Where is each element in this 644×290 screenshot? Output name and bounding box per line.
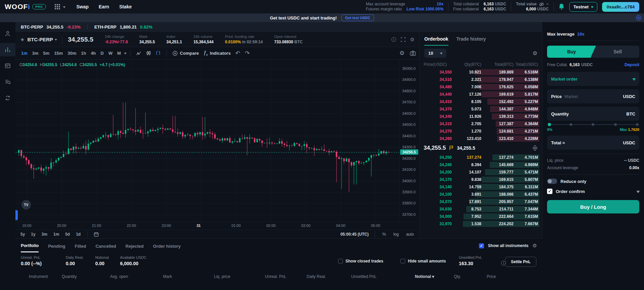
apps-menu[interactable]: ▾: [55, 4, 65, 9]
depth-select[interactable]: 10 ▾: [424, 49, 446, 58]
chevron-down-icon[interactable]: ▾: [124, 51, 126, 55]
info-icon[interactable]: i: [391, 37, 396, 42]
network-selector[interactable]: Testnet ▾: [569, 2, 597, 12]
orderbook-bid-row[interactable]: 34,1709.838169.6155.807M: [420, 176, 542, 183]
hide-small-amounts-checkbox[interactable]: [400, 259, 405, 263]
woofi-logo[interactable]: WOOFi PRO: [5, 3, 46, 11]
scale-pct[interactable]: %: [381, 232, 387, 237]
sidebar-item-convert[interactable]: [0, 91, 15, 105]
show-closed-trades-option[interactable]: Show closed trades: [338, 259, 383, 263]
timeframe-3m[interactable]: 3m: [30, 49, 41, 57]
ticker-item[interactable]: BTC-PERP34,255.5-0.23%: [21, 25, 80, 30]
chart-clock[interactable]: 05:00:45 (UTC): [340, 232, 369, 237]
sidebar-collapse-handle[interactable]: [15, 210, 18, 220]
price-input[interactable]: Price Market USDC: [547, 89, 639, 103]
range-1y[interactable]: 1y: [30, 232, 36, 237]
tab-filled[interactable]: Filled: [75, 240, 86, 252]
timeframe-30m[interactable]: 30m: [65, 49, 78, 57]
order-type-select[interactable]: Market order ▾: [547, 72, 639, 86]
redo-icon[interactable]: ↷: [243, 50, 251, 57]
orderbook-ask-row[interactable]: 34,4108.105152.4925.227M: [420, 98, 542, 105]
sidebar-item-account[interactable]: [0, 27, 15, 40]
reduce-only-toggle[interactable]: [547, 179, 557, 184]
notifications-bell-icon[interactable]: [558, 3, 565, 10]
orderbook-ask-row[interactable]: 34,44017.126169.6195.817M: [420, 91, 542, 98]
favorite-star-icon[interactable]: ★: [20, 37, 24, 43]
camera-snapshot-icon[interactable]: [410, 51, 416, 56]
order-confirm-checkbox[interactable]: ✓: [547, 189, 552, 194]
orderbook-ask-row[interactable]: 34,3705.073144.3874.948M: [420, 105, 542, 113]
chart-settings-gear-icon[interactable]: ⚙: [399, 50, 405, 57]
sidebar-item-markets[interactable]: [0, 75, 15, 89]
sell-tab[interactable]: Sell: [596, 46, 639, 58]
tab-pending[interactable]: Pending: [48, 240, 65, 252]
timeframe-4h[interactable]: 4h: [89, 49, 98, 57]
tab-cancelled[interactable]: Cancelled: [96, 240, 116, 252]
range-5d[interactable]: 5d: [64, 232, 71, 237]
slider-handle[interactable]: [548, 123, 551, 126]
scale-auto[interactable]: auto: [405, 232, 415, 237]
scale-log[interactable]: log: [392, 232, 400, 237]
orderbook-bid-row[interactable]: 34,14014.759184.3756.311M: [420, 183, 542, 191]
tab-rejected[interactable]: Rejected: [125, 240, 144, 252]
orderbook-ask-row[interactable]: 34,4807.006176.6256.058M: [420, 83, 542, 91]
quantity-input[interactable]: Quantity BTC: [547, 107, 639, 121]
quantity-slider[interactable]: [548, 122, 639, 127]
sidebar-item-orders[interactable]: [0, 59, 15, 72]
orderbook-bid-row[interactable]: 34,250137.274137.2744.701M: [420, 154, 542, 161]
timeframe-1m[interactable]: 1m: [19, 49, 30, 57]
tab-order-history[interactable]: Order history: [153, 240, 180, 252]
positions-settings-gear-icon[interactable]: ⚙: [533, 243, 537, 249]
ticker-item[interactable]: ETH-PERP1,800.210.82%: [94, 25, 152, 30]
orderbook-bid-row[interactable]: 34,07017.891205.9577.047M: [420, 198, 542, 205]
orderbook-ask-row[interactable]: 34,260123.410123.4104.228M: [420, 135, 542, 142]
buy-long-button[interactable]: Buy / Long: [547, 200, 639, 213]
banner-close-icon[interactable]: ×: [636, 15, 641, 20]
area-chart-type-icon[interactable]: [135, 51, 143, 56]
orderbook-bid-row[interactable]: 34,1003.691188.0666.437M: [420, 191, 542, 198]
range-1m[interactable]: 1m: [52, 232, 60, 237]
range-3m[interactable]: 3m: [41, 232, 48, 237]
timeframe-D[interactable]: D: [98, 49, 106, 57]
nav-swap[interactable]: Swap: [76, 4, 89, 9]
timeframe-W[interactable]: W: [106, 49, 115, 57]
orderbook-bid-row[interactable]: 34,0308.753214.7117.344M: [420, 205, 542, 213]
undo-icon[interactable]: ↶: [234, 50, 242, 57]
price-chart[interactable]: O34254.6H34255.5L34254.6C34255.5+4.7 (+0…: [15, 60, 419, 222]
expand-icon[interactable]: [401, 37, 406, 42]
orderbook-tab-orderbook[interactable]: Orderbook: [424, 36, 448, 46]
eye-off-icon[interactable]: [539, 2, 544, 6]
buy-tab[interactable]: Buy: [547, 46, 596, 58]
orderbook-settings-gear-icon[interactable]: ⚙: [533, 50, 537, 56]
col-header-notional[interactable]: Notional ▾: [415, 274, 434, 279]
magnet-icon[interactable]: [154, 51, 162, 56]
total-input[interactable]: Total ≈ USDC: [547, 136, 639, 150]
timeframe-5m[interactable]: 5m: [41, 49, 52, 57]
orderbook-tab-trade-history[interactable]: Trade history: [457, 36, 486, 46]
chevron-down-icon[interactable]: ▾: [637, 189, 640, 194]
range-5y[interactable]: 5y: [19, 232, 26, 237]
candles-chart-type-icon[interactable]: [145, 51, 153, 56]
show-all-instruments-checkbox[interactable]: ✓: [479, 243, 484, 248]
range-1d[interactable]: 1d: [75, 232, 82, 237]
timeframe-M[interactable]: M: [115, 49, 123, 57]
orderbook-bid-row[interactable]: 33,9701.538224.2027.667M: [420, 220, 542, 228]
tab-portfolio[interactable]: Portfolio: [21, 239, 39, 252]
price-axis[interactable]: 35000.034900.034800.034700.034600.034500…: [399, 60, 419, 222]
orderbook-bid-row[interactable]: 34,2408.394145.6694.989M: [420, 161, 542, 168]
calendar-icon[interactable]: [94, 232, 99, 237]
orderbook-ask-row[interactable]: 34,3102.705127.3874.364M: [420, 120, 542, 128]
orderbook-ask-row[interactable]: 34,55010.921189.8696.516M: [420, 68, 542, 76]
max-leverage-row[interactable]: Max leverage 10x: [547, 27, 639, 41]
get-test-usdc-button[interactable]: Get test USDC: [341, 14, 374, 21]
nav-stake[interactable]: Stake: [119, 4, 131, 9]
time-axis[interactable]: 19:0020:0021:0022:0023:003101:0002:0003:…: [15, 222, 419, 230]
orderbook-ask-row[interactable]: 34,2701.270124.6814.271M: [420, 128, 542, 135]
nav-earn[interactable]: Earn: [99, 4, 109, 9]
depth-view-icon[interactable]: [532, 145, 538, 151]
orderbook-ask-row[interactable]: 34,34011.926139.3134.773M: [420, 113, 542, 120]
timeframe-15m[interactable]: 15m: [52, 49, 65, 57]
sidebar-item-trade[interactable]: [0, 43, 15, 56]
wallet-address-button[interactable]: 0xaa9c...c784: [602, 2, 639, 12]
settings-gear-icon[interactable]: ⚙: [410, 37, 415, 43]
